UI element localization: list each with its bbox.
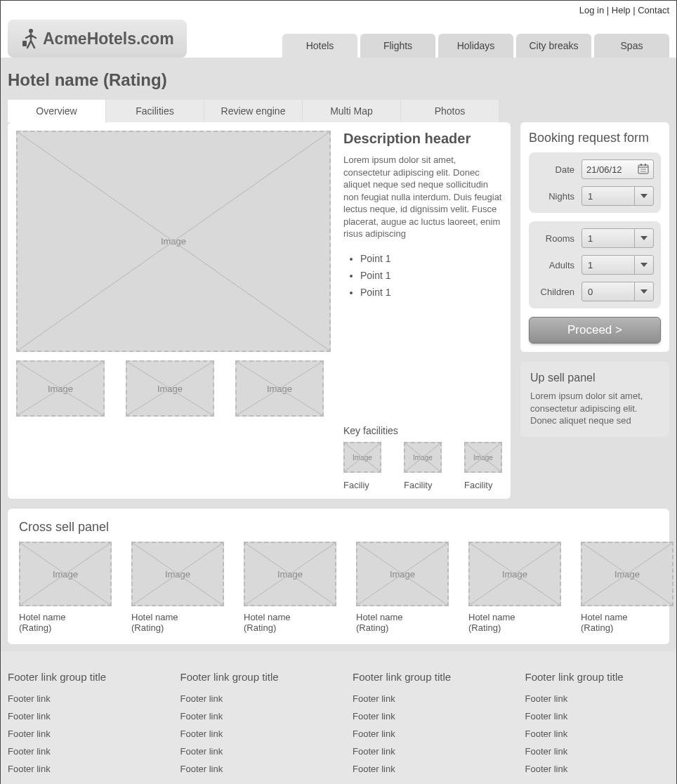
key-facilities-title: Key facilities	[343, 425, 502, 436]
adults-label: Adults	[536, 260, 574, 270]
children-label: Children	[536, 287, 574, 297]
login-link[interactable]: Log in	[579, 5, 604, 15]
footer-link[interactable]: Footer link	[180, 760, 325, 778]
tab-photos[interactable]: Photos	[401, 100, 499, 122]
footer-link[interactable]: Footer link	[8, 743, 152, 760]
hotel-rating: (Rating)	[131, 622, 224, 633]
hotel-name: Hotel name	[19, 612, 112, 622]
footer-group-title: Footer link group title	[8, 671, 152, 683]
tab-review-engine[interactable]: Review engine	[204, 100, 303, 122]
footer-link[interactable]: Footer link	[8, 725, 152, 743]
nav-tab-flights[interactable]: Flights	[360, 34, 435, 58]
hotel-image: Image	[131, 542, 224, 606]
footer-link[interactable]: Footer link	[525, 707, 670, 725]
description-points: Point 1 Point 1 Point 1	[343, 250, 502, 301]
hotel-image: Image	[581, 542, 673, 606]
cross-sell-item[interactable]: Image Hotel name (Rating)	[468, 542, 561, 633]
children-select[interactable]: 0	[581, 282, 654, 301]
nav-tab-spas[interactable]: Spas	[594, 34, 669, 58]
footer-link[interactable]: Footer link	[353, 760, 497, 778]
facility-label: Faciliy	[343, 480, 381, 490]
footer-link[interactable]: Footer link	[353, 707, 497, 725]
nav-tab-hotels[interactable]: Hotels	[282, 34, 357, 58]
hotel-name: Hotel name	[356, 612, 449, 622]
upsell-title: Up sell panel	[530, 372, 659, 384]
cross-sell-item[interactable]: Image Hotel name (Rating)	[581, 542, 673, 633]
footer-link[interactable]: Footer link	[525, 743, 670, 760]
footer-link[interactable]: Footer link	[353, 690, 497, 707]
cross-sell-item[interactable]: Image Hotel name (Rating)	[19, 542, 112, 633]
hotel-image: Image	[468, 542, 561, 606]
facility-label: Facility	[404, 480, 442, 490]
cross-sell-item[interactable]: Image Hotel name (Rating)	[356, 542, 449, 633]
footer-column: Footer link group title Footer link Foot…	[353, 671, 497, 778]
date-label: Date	[536, 164, 574, 175]
hotel-rating: (Rating)	[244, 622, 336, 633]
hotel-rating: (Rating)	[468, 622, 561, 633]
date-input[interactable]: 21/06/12	[581, 159, 654, 179]
svg-rect-1	[22, 41, 27, 46]
hotel-rating: (Rating)	[581, 622, 673, 633]
tab-facilities[interactable]: Facilities	[106, 100, 204, 122]
cross-sell-item[interactable]: Image Hotel name (Rating)	[244, 542, 336, 633]
footer: Footer link group title Footer link Foot…	[1, 651, 676, 784]
contact-link[interactable]: Contact	[638, 5, 669, 15]
upsell-panel: Up sell panel Lorem ipsum dolor sit amet…	[520, 362, 669, 437]
svg-point-0	[29, 29, 33, 33]
hero-image[interactable]: Image	[16, 131, 331, 352]
hotel-image: Image	[19, 542, 112, 606]
footer-link[interactable]: Footer link	[8, 707, 152, 725]
nights-select[interactable]: 1	[581, 186, 654, 206]
footer-link[interactable]: Footer link	[353, 743, 497, 760]
booking-title: Booking request form	[529, 131, 661, 145]
description-header: Description header	[343, 131, 502, 147]
rooms-label: Rooms	[536, 233, 574, 244]
nights-label: Nights	[536, 191, 574, 202]
description-point: Point 1	[360, 267, 502, 284]
cross-sell-item[interactable]: Image Hotel name (Rating)	[131, 542, 224, 633]
facility-icon: Image	[343, 442, 381, 473]
hotel-name: Hotel name	[581, 612, 673, 622]
help-link[interactable]: Help	[612, 5, 631, 15]
footer-column: Footer link group title Footer link Foot…	[525, 671, 670, 778]
thumbnail-image[interactable]: Image	[126, 360, 214, 417]
facility-item: Image Facility	[464, 442, 502, 490]
footer-column: Footer link group title Footer link Foot…	[8, 671, 152, 778]
hotel-image: Image	[356, 542, 449, 606]
footer-link[interactable]: Footer link	[525, 725, 670, 743]
footer-link[interactable]: Footer link	[525, 690, 670, 707]
calendar-icon	[638, 163, 649, 176]
facility-item: Image Facility	[404, 442, 442, 490]
footer-column: Footer link group title Footer link Foot…	[180, 671, 325, 778]
overview-panel: Image Image Image Image Description head…	[8, 122, 511, 499]
footer-group-title: Footer link group title	[180, 671, 325, 683]
thumbnail-image[interactable]: Image	[235, 360, 324, 417]
nav-tab-holidays[interactable]: Holidays	[438, 34, 513, 58]
tab-overview[interactable]: Overview	[8, 100, 106, 122]
hotel-name: Hotel name	[468, 612, 561, 622]
brand-logo[interactable]: AcmeHotels.com	[8, 20, 187, 58]
facility-icon: Image	[404, 442, 442, 473]
facility-label: Facility	[464, 480, 502, 490]
adults-select[interactable]: 1	[581, 255, 654, 275]
rooms-select[interactable]: 1	[581, 228, 654, 248]
chevron-down-icon	[634, 187, 648, 205]
chevron-down-icon	[634, 256, 648, 274]
tab-multi-map[interactable]: Multi Map	[303, 100, 401, 122]
booking-panel: Booking request form Date 21/06/12 Night…	[520, 122, 669, 352]
thumbnail-image[interactable]: Image	[16, 360, 105, 417]
footer-link[interactable]: Footer link	[353, 725, 497, 743]
nav-tab-city-breaks[interactable]: City breaks	[516, 34, 591, 58]
footer-link[interactable]: Footer link	[180, 725, 325, 743]
footer-link[interactable]: Footer link	[180, 707, 325, 725]
cross-sell-panel: Cross sell panel Image Hotel name (Ratin…	[8, 509, 669, 644]
footer-link[interactable]: Footer link	[8, 760, 152, 778]
hotel-name: Hotel name	[131, 612, 224, 622]
footer-link[interactable]: Footer link	[180, 690, 325, 707]
footer-link[interactable]: Footer link	[8, 690, 152, 707]
footer-link[interactable]: Footer link	[180, 743, 325, 760]
proceed-button[interactable]: Proceed >	[529, 317, 661, 344]
description-body: Lorem ipsum dolor sit amet, consectetur …	[343, 154, 502, 240]
facility-item: Image Faciliy	[343, 442, 381, 490]
footer-link[interactable]: Footer link	[525, 760, 670, 778]
